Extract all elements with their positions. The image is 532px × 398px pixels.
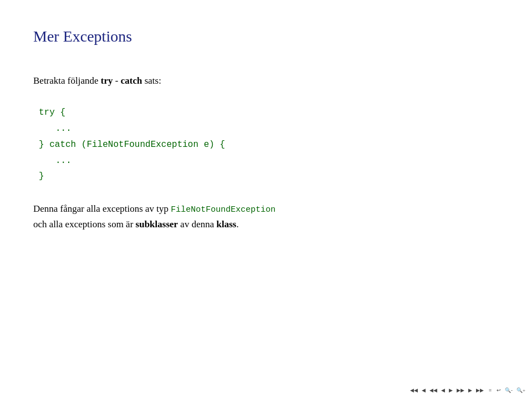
code-line-3: } catch (FileNotFoundException e) { <box>39 137 499 153</box>
intro-text-after: sats: <box>142 75 161 86</box>
desc-bold-subklasser: subklasser <box>136 219 178 229</box>
code-line-5: } <box>39 169 499 185</box>
bottom-navigation: ◀◀ ◀ ◀◀ ◀ ▶ ▶▶ ▶ ▶▶ ≡ ↩ 🔍- 🔍+ <box>0 382 532 398</box>
slide: Mer Exceptions Betrakta följande try - c… <box>0 0 532 398</box>
code-line-2: ... <box>55 121 499 137</box>
nav-left-2[interactable]: ◀ <box>440 387 446 394</box>
description-text: Denna fångar alla exceptions av typ File… <box>33 201 499 232</box>
desc-line2: och alla exceptions som är <box>33 219 136 229</box>
desc-bold-klass: klass <box>217 219 237 229</box>
intro-text-middle: - <box>113 75 121 86</box>
code-line-1: try { <box>39 105 499 121</box>
intro-bold-catch: catch <box>121 75 142 86</box>
nav-right-2[interactable]: ▶ <box>448 387 454 394</box>
intro-text: Betrakta följande try - catch sats: <box>33 73 499 88</box>
nav-search-minus[interactable]: 🔍- <box>504 387 514 394</box>
code-line-4: ... <box>55 153 499 169</box>
desc-text1: Denna fångar alla exceptions av typ <box>33 203 171 214</box>
menu-icon[interactable]: ≡ <box>489 387 492 393</box>
nav-back[interactable]: ↩ <box>495 387 502 394</box>
nav-last-right[interactable]: ▶▶ <box>475 387 485 394</box>
desc-text4: . <box>236 219 238 229</box>
nav-first-left-2[interactable]: ◀◀ <box>428 387 438 394</box>
code-block: try { ... } catch (FileNotFoundException… <box>39 105 499 185</box>
slide-title: Mer Exceptions <box>33 28 499 45</box>
desc-code-inline: FileNotFoundException <box>171 205 275 215</box>
nav-left[interactable]: ◀ <box>421 387 427 394</box>
nav-right[interactable]: ▶ <box>467 387 473 394</box>
desc-text3: av denna <box>178 219 216 229</box>
nav-search-plus[interactable]: 🔍+ <box>515 387 526 394</box>
nav-first-left[interactable]: ◀◀ <box>409 387 419 394</box>
intro-bold-try: try <box>101 75 113 86</box>
nav-last-right-2[interactable]: ▶▶ <box>456 387 466 394</box>
intro-text-before: Betrakta följande <box>33 75 101 86</box>
